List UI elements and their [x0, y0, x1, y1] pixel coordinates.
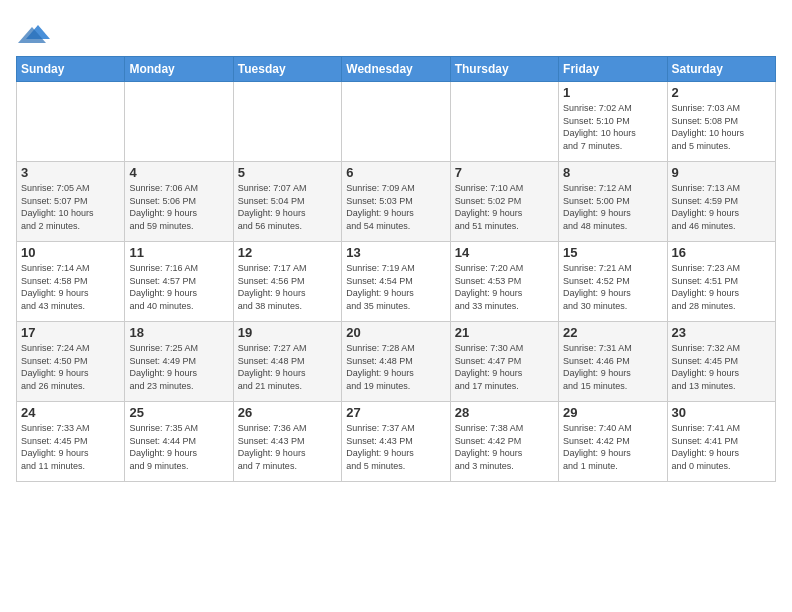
day-number: 20	[346, 325, 445, 340]
day-info: Sunrise: 7:02 AM Sunset: 5:10 PM Dayligh…	[563, 102, 662, 152]
calendar-cell: 12Sunrise: 7:17 AM Sunset: 4:56 PM Dayli…	[233, 242, 341, 322]
day-number: 28	[455, 405, 554, 420]
calendar-cell: 21Sunrise: 7:30 AM Sunset: 4:47 PM Dayli…	[450, 322, 558, 402]
day-info: Sunrise: 7:05 AM Sunset: 5:07 PM Dayligh…	[21, 182, 120, 232]
day-number: 5	[238, 165, 337, 180]
day-info: Sunrise: 7:21 AM Sunset: 4:52 PM Dayligh…	[563, 262, 662, 312]
calendar-cell: 28Sunrise: 7:38 AM Sunset: 4:42 PM Dayli…	[450, 402, 558, 482]
calendar-cell: 27Sunrise: 7:37 AM Sunset: 4:43 PM Dayli…	[342, 402, 450, 482]
day-info: Sunrise: 7:23 AM Sunset: 4:51 PM Dayligh…	[672, 262, 771, 312]
calendar-cell: 18Sunrise: 7:25 AM Sunset: 4:49 PM Dayli…	[125, 322, 233, 402]
calendar-cell: 10Sunrise: 7:14 AM Sunset: 4:58 PM Dayli…	[17, 242, 125, 322]
day-number: 15	[563, 245, 662, 260]
calendar-cell: 2Sunrise: 7:03 AM Sunset: 5:08 PM Daylig…	[667, 82, 775, 162]
day-info: Sunrise: 7:07 AM Sunset: 5:04 PM Dayligh…	[238, 182, 337, 232]
day-number: 6	[346, 165, 445, 180]
logo-icon	[18, 16, 50, 48]
day-number: 18	[129, 325, 228, 340]
day-number: 27	[346, 405, 445, 420]
weekday-header: Sunday	[17, 57, 125, 82]
day-info: Sunrise: 7:16 AM Sunset: 4:57 PM Dayligh…	[129, 262, 228, 312]
calendar-cell	[17, 82, 125, 162]
day-info: Sunrise: 7:38 AM Sunset: 4:42 PM Dayligh…	[455, 422, 554, 472]
weekday-header: Friday	[559, 57, 667, 82]
calendar-cell: 20Sunrise: 7:28 AM Sunset: 4:48 PM Dayli…	[342, 322, 450, 402]
weekday-header: Tuesday	[233, 57, 341, 82]
calendar-cell: 30Sunrise: 7:41 AM Sunset: 4:41 PM Dayli…	[667, 402, 775, 482]
day-info: Sunrise: 7:32 AM Sunset: 4:45 PM Dayligh…	[672, 342, 771, 392]
day-info: Sunrise: 7:14 AM Sunset: 4:58 PM Dayligh…	[21, 262, 120, 312]
calendar-cell: 24Sunrise: 7:33 AM Sunset: 4:45 PM Dayli…	[17, 402, 125, 482]
day-number: 3	[21, 165, 120, 180]
day-info: Sunrise: 7:35 AM Sunset: 4:44 PM Dayligh…	[129, 422, 228, 472]
day-number: 8	[563, 165, 662, 180]
calendar-cell: 9Sunrise: 7:13 AM Sunset: 4:59 PM Daylig…	[667, 162, 775, 242]
calendar-cell: 26Sunrise: 7:36 AM Sunset: 4:43 PM Dayli…	[233, 402, 341, 482]
calendar-cell: 1Sunrise: 7:02 AM Sunset: 5:10 PM Daylig…	[559, 82, 667, 162]
calendar-week-row: 1Sunrise: 7:02 AM Sunset: 5:10 PM Daylig…	[17, 82, 776, 162]
day-number: 14	[455, 245, 554, 260]
day-info: Sunrise: 7:10 AM Sunset: 5:02 PM Dayligh…	[455, 182, 554, 232]
day-number: 21	[455, 325, 554, 340]
calendar-cell: 4Sunrise: 7:06 AM Sunset: 5:06 PM Daylig…	[125, 162, 233, 242]
day-number: 4	[129, 165, 228, 180]
day-info: Sunrise: 7:25 AM Sunset: 4:49 PM Dayligh…	[129, 342, 228, 392]
day-info: Sunrise: 7:24 AM Sunset: 4:50 PM Dayligh…	[21, 342, 120, 392]
day-number: 25	[129, 405, 228, 420]
header	[16, 16, 776, 44]
day-info: Sunrise: 7:27 AM Sunset: 4:48 PM Dayligh…	[238, 342, 337, 392]
day-number: 30	[672, 405, 771, 420]
day-number: 2	[672, 85, 771, 100]
calendar-cell: 19Sunrise: 7:27 AM Sunset: 4:48 PM Dayli…	[233, 322, 341, 402]
weekday-header: Wednesday	[342, 57, 450, 82]
day-number: 12	[238, 245, 337, 260]
calendar-cell: 14Sunrise: 7:20 AM Sunset: 4:53 PM Dayli…	[450, 242, 558, 322]
day-number: 13	[346, 245, 445, 260]
day-number: 16	[672, 245, 771, 260]
day-number: 26	[238, 405, 337, 420]
calendar-week-row: 17Sunrise: 7:24 AM Sunset: 4:50 PM Dayli…	[17, 322, 776, 402]
calendar-cell: 16Sunrise: 7:23 AM Sunset: 4:51 PM Dayli…	[667, 242, 775, 322]
calendar-week-row: 3Sunrise: 7:05 AM Sunset: 5:07 PM Daylig…	[17, 162, 776, 242]
day-info: Sunrise: 7:31 AM Sunset: 4:46 PM Dayligh…	[563, 342, 662, 392]
day-number: 7	[455, 165, 554, 180]
calendar-cell	[125, 82, 233, 162]
day-number: 17	[21, 325, 120, 340]
day-info: Sunrise: 7:13 AM Sunset: 4:59 PM Dayligh…	[672, 182, 771, 232]
day-number: 11	[129, 245, 228, 260]
day-info: Sunrise: 7:28 AM Sunset: 4:48 PM Dayligh…	[346, 342, 445, 392]
calendar-cell: 8Sunrise: 7:12 AM Sunset: 5:00 PM Daylig…	[559, 162, 667, 242]
weekday-header: Saturday	[667, 57, 775, 82]
calendar-cell: 17Sunrise: 7:24 AM Sunset: 4:50 PM Dayli…	[17, 322, 125, 402]
page: SundayMondayTuesdayWednesdayThursdayFrid…	[0, 0, 792, 490]
day-number: 9	[672, 165, 771, 180]
logo	[16, 16, 50, 44]
day-info: Sunrise: 7:41 AM Sunset: 4:41 PM Dayligh…	[672, 422, 771, 472]
calendar-cell: 3Sunrise: 7:05 AM Sunset: 5:07 PM Daylig…	[17, 162, 125, 242]
day-info: Sunrise: 7:06 AM Sunset: 5:06 PM Dayligh…	[129, 182, 228, 232]
day-info: Sunrise: 7:03 AM Sunset: 5:08 PM Dayligh…	[672, 102, 771, 152]
day-info: Sunrise: 7:40 AM Sunset: 4:42 PM Dayligh…	[563, 422, 662, 472]
day-info: Sunrise: 7:36 AM Sunset: 4:43 PM Dayligh…	[238, 422, 337, 472]
weekday-header: Thursday	[450, 57, 558, 82]
calendar-cell: 11Sunrise: 7:16 AM Sunset: 4:57 PM Dayli…	[125, 242, 233, 322]
calendar-cell: 23Sunrise: 7:32 AM Sunset: 4:45 PM Dayli…	[667, 322, 775, 402]
weekday-header: Monday	[125, 57, 233, 82]
calendar-cell	[342, 82, 450, 162]
day-number: 29	[563, 405, 662, 420]
day-number: 1	[563, 85, 662, 100]
calendar-cell: 15Sunrise: 7:21 AM Sunset: 4:52 PM Dayli…	[559, 242, 667, 322]
day-info: Sunrise: 7:19 AM Sunset: 4:54 PM Dayligh…	[346, 262, 445, 312]
day-info: Sunrise: 7:37 AM Sunset: 4:43 PM Dayligh…	[346, 422, 445, 472]
day-info: Sunrise: 7:33 AM Sunset: 4:45 PM Dayligh…	[21, 422, 120, 472]
calendar-cell: 5Sunrise: 7:07 AM Sunset: 5:04 PM Daylig…	[233, 162, 341, 242]
day-number: 19	[238, 325, 337, 340]
day-info: Sunrise: 7:17 AM Sunset: 4:56 PM Dayligh…	[238, 262, 337, 312]
calendar-cell: 25Sunrise: 7:35 AM Sunset: 4:44 PM Dayli…	[125, 402, 233, 482]
calendar-cell: 29Sunrise: 7:40 AM Sunset: 4:42 PM Dayli…	[559, 402, 667, 482]
calendar-table: SundayMondayTuesdayWednesdayThursdayFrid…	[16, 56, 776, 482]
day-info: Sunrise: 7:09 AM Sunset: 5:03 PM Dayligh…	[346, 182, 445, 232]
day-number: 24	[21, 405, 120, 420]
day-number: 22	[563, 325, 662, 340]
calendar-cell: 22Sunrise: 7:31 AM Sunset: 4:46 PM Dayli…	[559, 322, 667, 402]
